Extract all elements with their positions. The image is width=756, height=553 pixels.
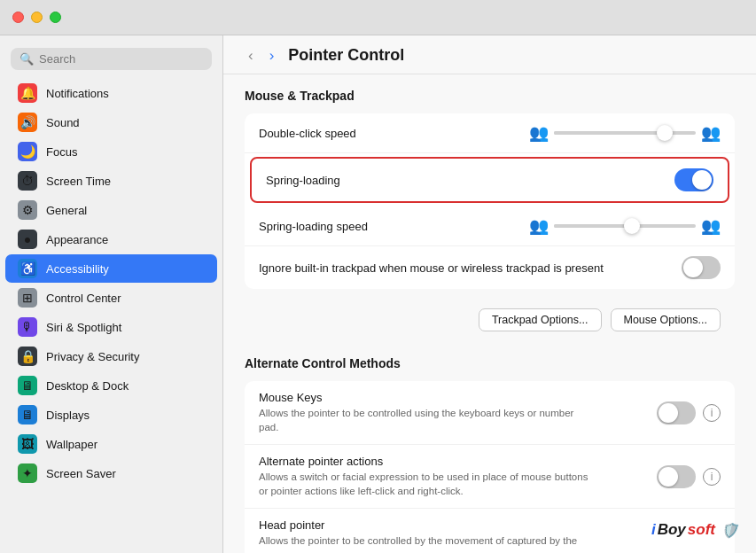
sidebar-item-label: Sound bbox=[46, 116, 80, 129]
sidebar-icon-appearance: ● bbox=[18, 230, 37, 249]
sidebar-icon-privacy: 🔒 bbox=[18, 347, 37, 366]
close-button[interactable] bbox=[12, 12, 24, 23]
nav-back-button[interactable]: ‹ bbox=[245, 46, 257, 65]
watermark-i: i bbox=[651, 521, 656, 539]
slider-min-icon: 👥 bbox=[529, 123, 549, 143]
sidebar-icon-screensaver: ✦ bbox=[18, 463, 37, 483]
mouse-keys-label: Mouse Keys bbox=[259, 391, 657, 404]
title-bar bbox=[0, 0, 756, 35]
sidebar: 🔍 🔔Notifications🔊Sound🌙Focus⏱Screen Time… bbox=[0, 35, 223, 553]
content-area: ‹ › Pointer Control Mouse & Trackpad Dou… bbox=[223, 35, 756, 553]
alternate-pointer-label: Alternate pointer actions bbox=[259, 455, 657, 468]
content-wrapper: Mouse & Trackpad Double-click speed 👥 👥 bbox=[223, 74, 756, 553]
slider-max-icon: 👥 bbox=[701, 123, 721, 143]
watermark-icon: 🛡️ bbox=[721, 522, 738, 539]
content-header: ‹ › Pointer Control bbox=[223, 35, 756, 74]
spring-loading-toggle[interactable] bbox=[674, 168, 713, 191]
mouse-keys-info-button[interactable]: i bbox=[703, 404, 721, 422]
sidebar-item-privacy[interactable]: 🔒Privacy & Security bbox=[5, 342, 217, 370]
sidebar-item-label: General bbox=[46, 204, 87, 217]
sidebar-item-control-center[interactable]: ⊞Control Center bbox=[5, 284, 217, 312]
sidebar-item-label: Displays bbox=[46, 409, 90, 422]
sidebar-item-label: Notifications bbox=[46, 87, 109, 100]
sidebar-item-label: Wallpaper bbox=[46, 438, 97, 451]
sidebar-icon-displays: 🖥 bbox=[18, 405, 37, 424]
sidebar-item-desktop[interactable]: 🖥Desktop & Dock bbox=[5, 371, 217, 400]
ignore-trackpad-row: Ignore built-in trackpad when mouse or w… bbox=[245, 246, 735, 289]
alternate-pointer-row: Alternate pointer actions Allows a switc… bbox=[245, 445, 735, 509]
sidebar-item-label: Privacy & Security bbox=[46, 350, 139, 363]
mouse-options-button[interactable]: Mouse Options... bbox=[611, 308, 721, 331]
sidebar-item-label: Accessibility bbox=[46, 262, 109, 276]
alternate-pointer-label-wrap: Alternate pointer actions Allows a switc… bbox=[259, 455, 657, 498]
sidebar-item-wallpaper[interactable]: 🖼Wallpaper bbox=[5, 430, 217, 458]
nav-forward-button[interactable]: › bbox=[266, 46, 278, 65]
sidebar-item-label: Appearance bbox=[46, 233, 108, 246]
double-click-slider-container: 👥 👥 bbox=[529, 123, 721, 143]
page-title: Pointer Control bbox=[288, 46, 404, 65]
spring-slider-min-icon: 👥 bbox=[529, 216, 549, 236]
mouse-trackpad-title: Mouse & Trackpad bbox=[245, 89, 735, 103]
sidebar-icon-wallpaper: 🖼 bbox=[18, 434, 37, 454]
sidebar-item-label: Screen Time bbox=[46, 175, 111, 188]
sidebar-item-displays[interactable]: 🖥Displays bbox=[5, 401, 217, 429]
ignore-trackpad-label: Ignore built-in trackpad when mouse or w… bbox=[259, 261, 682, 275]
sidebar-icon-notifications: 🔔 bbox=[18, 83, 37, 103]
sidebar-item-screen-time[interactable]: ⏱Screen Time bbox=[5, 167, 217, 195]
alternate-control-title: Alternate Control Methods bbox=[245, 356, 735, 370]
sidebar-icon-control-center: ⊞ bbox=[18, 288, 37, 308]
head-pointer-sublabel: Allows the pointer to be controlled by t… bbox=[259, 534, 596, 553]
alternate-pointer-info-button[interactable]: i bbox=[703, 468, 721, 486]
sidebar-item-siri[interactable]: 🎙Siri & Spotlight bbox=[5, 313, 217, 341]
sidebar-item-screensaver[interactable]: ✦Screen Saver bbox=[5, 459, 217, 487]
mouse-trackpad-group: Double-click speed 👥 👥 bbox=[245, 113, 735, 289]
trackpad-options-button[interactable]: Trackpad Options... bbox=[479, 308, 602, 331]
ignore-trackpad-toggle[interactable] bbox=[682, 256, 721, 279]
sidebar-icon-focus: 🌙 bbox=[18, 142, 37, 161]
spring-loading-label: Spring-loading bbox=[266, 174, 674, 187]
sidebar-item-notifications[interactable]: 🔔Notifications bbox=[5, 79, 217, 107]
mouse-keys-toggle[interactable] bbox=[657, 401, 696, 424]
sidebar-item-label: Control Center bbox=[46, 292, 121, 305]
spring-loading-speed-label: Spring-loading speed bbox=[259, 220, 529, 233]
watermark-soft: soft bbox=[688, 521, 715, 539]
sidebar-item-appearance[interactable]: ●Appearance bbox=[5, 225, 217, 253]
double-click-slider[interactable] bbox=[554, 131, 696, 135]
main-layout: 🔍 🔔Notifications🔊Sound🌙Focus⏱Screen Time… bbox=[0, 35, 756, 553]
sidebar-item-label: Screen Saver bbox=[46, 467, 116, 480]
spring-loading-row: Spring-loading bbox=[252, 159, 728, 201]
spring-loading-slider-container: 👥 👥 bbox=[529, 216, 721, 236]
mouse-trackpad-section: Mouse & Trackpad Double-click speed 👥 👥 bbox=[223, 74, 756, 356]
search-box[interactable]: 🔍 bbox=[11, 48, 212, 70]
mouse-keys-sublabel: Allows the pointer to be controlled usin… bbox=[259, 406, 596, 434]
sidebar-item-label: Desktop & Dock bbox=[46, 379, 129, 393]
sidebar-icon-desktop: 🖥 bbox=[18, 376, 37, 395]
sidebar-item-accessibility[interactable]: ♿Accessibility bbox=[5, 254, 217, 283]
sidebar-icon-sound: 🔊 bbox=[18, 113, 37, 132]
sidebar-item-sound[interactable]: 🔊Sound bbox=[5, 108, 217, 136]
search-icon: 🔍 bbox=[19, 52, 34, 66]
watermark-boy: Boy bbox=[658, 521, 686, 539]
alternate-pointer-sublabel: Allows a switch or facial expression to … bbox=[259, 470, 596, 498]
sidebar-item-focus[interactable]: 🌙Focus bbox=[5, 137, 217, 166]
option-buttons: Trackpad Options... Mouse Options... bbox=[245, 303, 735, 342]
search-input[interactable] bbox=[39, 52, 203, 66]
watermark: iBoysoft 🛡️ bbox=[651, 521, 738, 539]
mouse-keys-label-wrap: Mouse Keys Allows the pointer to be cont… bbox=[259, 391, 657, 434]
spring-slider-max-icon: 👥 bbox=[701, 216, 721, 236]
sidebar-icon-siri: 🎙 bbox=[18, 317, 37, 337]
mouse-keys-row: Mouse Keys Allows the pointer to be cont… bbox=[245, 381, 735, 445]
sidebar-item-label: Siri & Spotlight bbox=[46, 321, 121, 334]
spring-loading-speed-row: Spring-loading speed 👥 👥 bbox=[245, 206, 735, 246]
maximize-button[interactable] bbox=[50, 12, 61, 23]
sidebar-item-general[interactable]: ⚙General bbox=[5, 196, 217, 224]
sidebar-item-label: Focus bbox=[46, 145, 77, 159]
sidebar-icon-screen-time: ⏱ bbox=[18, 171, 37, 191]
minimize-button[interactable] bbox=[31, 12, 43, 23]
sidebar-icon-general: ⚙ bbox=[18, 200, 37, 220]
double-click-speed-row: Double-click speed 👥 👥 bbox=[245, 113, 735, 153]
double-click-speed-label: Double-click speed bbox=[259, 127, 529, 140]
sidebar-icon-accessibility: ♿ bbox=[18, 259, 37, 278]
alternate-pointer-toggle[interactable] bbox=[657, 465, 696, 488]
spring-loading-slider[interactable] bbox=[554, 224, 696, 228]
